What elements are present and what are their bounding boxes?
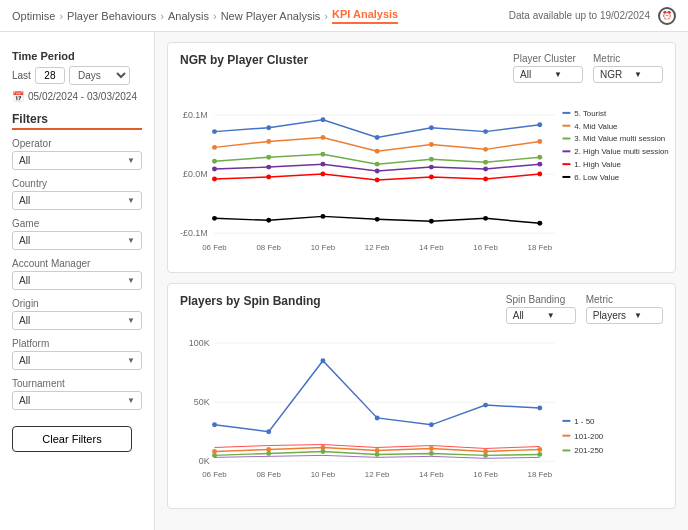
data-available-text: Data available up to 19/02/2024 — [509, 10, 650, 21]
svg-text:£0.0M: £0.0M — [183, 169, 208, 179]
svg-point-24 — [429, 142, 434, 147]
svg-point-40 — [537, 162, 542, 167]
svg-point-13 — [212, 129, 217, 134]
origin-arrow: ▼ — [127, 316, 135, 325]
svg-point-14 — [266, 125, 271, 130]
spin-metric-select[interactable]: Players ▼ — [586, 307, 663, 324]
platform-select[interactable]: All ▼ — [12, 351, 142, 370]
svg-point-37 — [375, 169, 380, 174]
svg-point-97 — [375, 452, 380, 457]
svg-point-93 — [537, 447, 542, 452]
svg-point-81 — [266, 429, 271, 434]
svg-point-80 — [212, 422, 217, 427]
date-range: 📅 05/02/2024 - 03/03/2024 — [12, 91, 142, 102]
svg-point-54 — [537, 221, 542, 226]
svg-text:16 Feb: 16 Feb — [473, 470, 498, 479]
spin-banding-select[interactable]: All ▼ — [506, 307, 576, 324]
svg-point-99 — [483, 453, 488, 458]
svg-point-20 — [212, 145, 217, 150]
content-area: NGR by Player Cluster Player Cluster All… — [155, 32, 688, 530]
spin-banding-chart-controls: Spin Banding All ▼ Metric Players ▼ — [506, 294, 663, 324]
svg-text:14 Feb: 14 Feb — [419, 470, 444, 479]
svg-point-46 — [483, 176, 488, 181]
spin-banding-chart-card: Players by Spin Banding Spin Banding All… — [167, 283, 676, 509]
breadcrumb-analysis[interactable]: Analysis — [168, 10, 209, 22]
svg-text:18 Feb: 18 Feb — [528, 243, 553, 252]
filter-country: Country All ▼ — [12, 178, 142, 210]
svg-point-36 — [320, 162, 325, 167]
platform-arrow: ▼ — [127, 356, 135, 365]
time-value-input[interactable] — [35, 67, 65, 84]
svg-point-18 — [483, 129, 488, 134]
player-cluster-select[interactable]: All ▼ — [513, 66, 583, 83]
svg-text:2. High Value multi session: 2. High Value multi session — [574, 147, 668, 156]
svg-point-29 — [320, 152, 325, 157]
svg-point-52 — [429, 219, 434, 224]
svg-point-96 — [320, 449, 325, 454]
svg-point-53 — [483, 216, 488, 221]
clear-filters-button[interactable]: Clear Filters — [12, 426, 132, 452]
svg-text:3. Mid Value multi session: 3. Mid Value multi session — [574, 134, 665, 143]
svg-point-83 — [375, 415, 380, 420]
svg-text:100K: 100K — [189, 338, 210, 348]
svg-text:5. Tourist: 5. Tourist — [574, 109, 607, 118]
tournament-select[interactable]: All ▼ — [12, 391, 142, 410]
spin-metric-control: Metric Players ▼ — [586, 294, 663, 324]
filters-header: Filters — [12, 112, 142, 126]
svg-point-41 — [212, 176, 217, 181]
operator-select[interactable]: All ▼ — [12, 151, 142, 170]
svg-rect-105 — [562, 449, 570, 451]
svg-rect-57 — [562, 125, 570, 127]
player-cluster-arrow: ▼ — [554, 70, 562, 79]
country-select[interactable]: All ▼ — [12, 191, 142, 210]
svg-point-15 — [320, 117, 325, 122]
svg-text:18 Feb: 18 Feb — [528, 470, 553, 479]
svg-text:4. Mid Value: 4. Mid Value — [574, 122, 618, 131]
svg-point-25 — [483, 147, 488, 152]
breadcrumb-optimise[interactable]: Optimise — [12, 10, 55, 22]
svg-point-35 — [266, 165, 271, 170]
ngr-chart-title: NGR by Player Cluster — [180, 53, 308, 67]
game-select[interactable]: All ▼ — [12, 231, 142, 250]
filter-tournament: Tournament All ▼ — [12, 378, 142, 410]
spin-banding-control: Spin Banding All ▼ — [506, 294, 576, 324]
svg-point-27 — [212, 159, 217, 164]
spin-banding-chart-title: Players by Spin Banding — [180, 294, 321, 308]
svg-point-22 — [320, 135, 325, 140]
svg-point-49 — [266, 218, 271, 223]
breadcrumb-new-player-analysis[interactable]: New Player Analysis — [221, 10, 321, 22]
svg-text:10 Feb: 10 Feb — [311, 243, 336, 252]
svg-point-16 — [375, 135, 380, 140]
svg-rect-65 — [562, 176, 570, 178]
svg-text:06 Feb: 06 Feb — [202, 470, 227, 479]
header: Optimise › Player Behaviours › Analysis … — [0, 0, 688, 32]
svg-point-91 — [429, 446, 434, 451]
svg-point-17 — [429, 125, 434, 130]
svg-text:12 Feb: 12 Feb — [365, 243, 390, 252]
origin-select[interactable]: All ▼ — [12, 311, 142, 330]
ngr-metric-control: Metric NGR ▼ — [593, 53, 663, 83]
filter-underline — [12, 128, 142, 130]
svg-point-26 — [537, 139, 542, 144]
time-period-title: Time Period — [12, 50, 142, 62]
svg-point-84 — [429, 422, 434, 427]
svg-rect-59 — [562, 138, 570, 140]
svg-text:1. High Value: 1. High Value — [574, 160, 621, 169]
svg-rect-61 — [562, 150, 570, 152]
svg-point-47 — [537, 172, 542, 177]
svg-point-42 — [266, 174, 271, 179]
ngr-chart-controls: Player Cluster All ▼ Metric NGR ▼ — [513, 53, 663, 83]
breadcrumb-player-behaviours[interactable]: Player Behaviours — [67, 10, 156, 22]
svg-rect-101 — [562, 420, 570, 422]
ngr-metric-select[interactable]: NGR ▼ — [593, 66, 663, 83]
time-unit-select[interactable]: Days Weeks — [69, 66, 130, 85]
breadcrumb-kpi-analysis[interactable]: KPI Analysis — [332, 8, 398, 24]
ngr-chart-card: NGR by Player Cluster Player Cluster All… — [167, 42, 676, 273]
account-manager-select[interactable]: All ▼ — [12, 271, 142, 290]
svg-text:101-200: 101-200 — [574, 432, 604, 441]
svg-text:06 Feb: 06 Feb — [202, 243, 227, 252]
svg-point-32 — [483, 160, 488, 165]
svg-text:50K: 50K — [194, 397, 210, 407]
clock-icon[interactable]: ⏰ — [658, 7, 676, 25]
svg-point-43 — [320, 172, 325, 177]
